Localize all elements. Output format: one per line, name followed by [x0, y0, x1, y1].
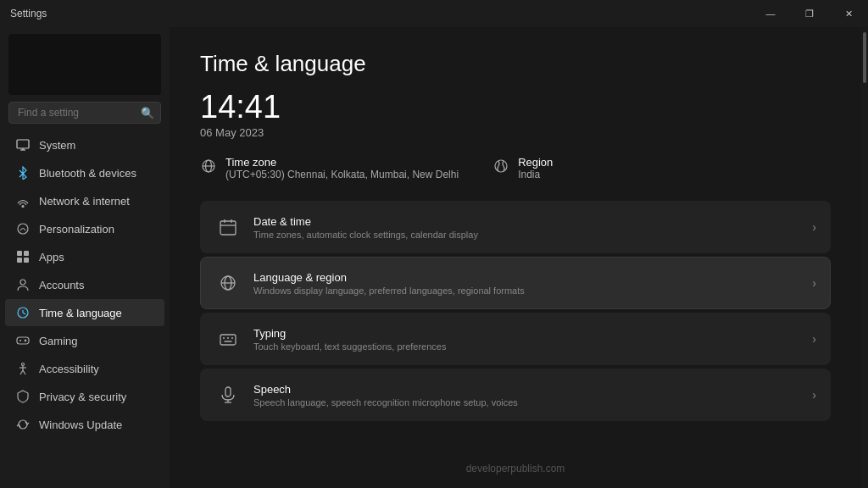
svg-point-9 — [20, 280, 25, 285]
time-display: 14:41 — [200, 91, 831, 123]
settings-row-speech[interactable]: Speech Speech language, speech recogniti… — [200, 369, 831, 421]
svg-rect-13 — [17, 337, 29, 344]
date-time-title: Date & time — [253, 215, 812, 228]
svg-rect-0 — [17, 140, 29, 148]
gaming-icon — [15, 333, 31, 348]
personalization-icon — [15, 221, 31, 236]
settings-list: Date & time Time zones, automatic clock … — [200, 201, 831, 421]
svg-line-21 — [23, 370, 25, 374]
svg-point-25 — [495, 160, 507, 172]
svg-rect-6 — [24, 251, 29, 256]
sidebar-item-gaming[interactable]: Gaming — [5, 327, 164, 354]
titlebar-title: Settings — [10, 8, 47, 19]
timezone-value: (UTC+05:30) Chennai, Kolkata, Mumbai, Ne… — [225, 169, 459, 180]
timezone-icon — [200, 158, 217, 175]
svg-rect-5 — [17, 251, 22, 256]
settings-row-typing[interactable]: Typing Touch keyboard, text suggestions,… — [200, 313, 831, 365]
language-region-chevron: › — [812, 276, 816, 290]
scrollbar[interactable] — [861, 27, 868, 488]
watermark: developerpublish.com — [466, 463, 565, 474]
sidebar-item-bluetooth-label: Bluetooth & devices — [39, 167, 136, 180]
speech-desc: Speech language, speech recognition micr… — [253, 397, 812, 408]
svg-line-12 — [23, 313, 25, 314]
sidebar: 🔍 System Bluetooth & devices — [0, 27, 170, 488]
search-input[interactable] — [8, 102, 161, 124]
speech-chevron: › — [812, 388, 816, 402]
search-icon: 🔍 — [141, 107, 154, 119]
svg-rect-38 — [225, 387, 231, 396]
sidebar-item-windows-update-label: Windows Update — [39, 419, 122, 431]
sidebar-item-privacy[interactable]: Privacy & security — [5, 383, 164, 410]
sidebar-item-network-label: Network & internet — [39, 195, 130, 208]
minimize-button[interactable]: — — [751, 0, 790, 27]
sidebar-item-apps-label: Apps — [39, 251, 64, 263]
main-layout: 🔍 System Bluetooth & devices — [0, 27, 868, 488]
sidebar-item-network[interactable]: Network & internet — [5, 187, 164, 214]
typing-icon — [214, 325, 242, 352]
bluetooth-icon — [15, 165, 31, 180]
region-value: India — [518, 169, 553, 180]
update-icon — [15, 417, 31, 432]
info-row: Time zone (UTC+05:30) Chennai, Kolkata, … — [200, 156, 831, 180]
close-button[interactable]: ✕ — [829, 0, 868, 27]
accessibility-icon — [15, 361, 31, 376]
svg-rect-33 — [220, 335, 236, 345]
apps-icon — [15, 249, 31, 264]
sidebar-item-accounts-label: Accounts — [39, 279, 84, 291]
language-icon — [214, 269, 242, 297]
titlebar: Settings — ❐ ✕ — [0, 0, 868, 27]
sidebar-item-apps[interactable]: Apps — [5, 243, 164, 270]
time-icon — [15, 305, 31, 320]
svg-rect-7 — [17, 258, 22, 263]
sidebar-item-personalization[interactable]: Personalization — [5, 215, 164, 242]
region-icon — [492, 158, 509, 175]
sidebar-item-accessibility-label: Accessibility — [39, 363, 99, 375]
sidebar-item-windows-update[interactable]: Windows Update — [5, 411, 164, 438]
timezone-label: Time zone — [225, 156, 459, 169]
typing-desc: Touch keyboard, text suggestions, prefer… — [253, 341, 812, 352]
sidebar-item-accessibility[interactable]: Accessibility — [5, 355, 164, 382]
network-icon — [15, 193, 31, 208]
maximize-button[interactable]: ❐ — [790, 0, 829, 27]
sidebar-item-personalization-label: Personalization — [39, 223, 114, 236]
privacy-icon — [15, 389, 31, 404]
date-display: 06 May 2023 — [200, 126, 831, 139]
sidebar-item-gaming-label: Gaming — [39, 335, 78, 347]
page-title: Time & language — [200, 51, 831, 77]
scrollbar-thumb[interactable] — [863, 32, 866, 83]
timezone-info: Time zone (UTC+05:30) Chennai, Kolkata, … — [200, 156, 459, 180]
sidebar-item-system[interactable]: System — [5, 131, 164, 158]
svg-rect-8 — [24, 258, 29, 263]
settings-row-language-region[interactable]: Language & region Windows display langua… — [200, 257, 831, 309]
sidebar-item-accounts[interactable]: Accounts — [5, 271, 164, 298]
language-region-title: Language & region — [253, 271, 812, 284]
region-info: Region India — [492, 156, 553, 180]
sidebar-item-privacy-label: Privacy & security — [39, 391, 126, 403]
sidebar-item-bluetooth[interactable]: Bluetooth & devices — [5, 159, 164, 186]
system-icon — [15, 137, 31, 152]
accounts-icon — [15, 277, 31, 292]
sidebar-item-system-label: System — [39, 139, 75, 152]
svg-point-3 — [22, 206, 24, 208]
content-area: Time & language 14:41 06 May 2023 Time z… — [170, 27, 861, 488]
sidebar-item-time[interactable]: Time & language — [5, 299, 164, 326]
svg-rect-26 — [220, 221, 236, 235]
svg-point-17 — [22, 363, 25, 366]
sidebar-nav: System Bluetooth & devices Network & int… — [0, 130, 170, 488]
titlebar-controls: — ❐ ✕ — [751, 0, 868, 27]
sidebar-item-time-label: Time & language — [39, 307, 122, 319]
svg-point-16 — [25, 340, 26, 341]
user-avatar — [8, 34, 161, 95]
language-region-desc: Windows display language, preferred lang… — [253, 286, 812, 296]
typing-chevron: › — [812, 332, 816, 346]
region-label: Region — [518, 156, 553, 169]
speech-icon — [214, 381, 242, 408]
speech-title: Speech — [253, 383, 812, 396]
date-time-desc: Time zones, automatic clock settings, ca… — [253, 230, 812, 240]
typing-title: Typing — [253, 327, 812, 340]
date-time-icon — [214, 214, 242, 241]
settings-row-date-time[interactable]: Date & time Time zones, automatic clock … — [200, 201, 831, 253]
search-box: 🔍 — [8, 102, 161, 124]
date-time-chevron: › — [812, 220, 816, 234]
svg-line-20 — [20, 370, 23, 374]
